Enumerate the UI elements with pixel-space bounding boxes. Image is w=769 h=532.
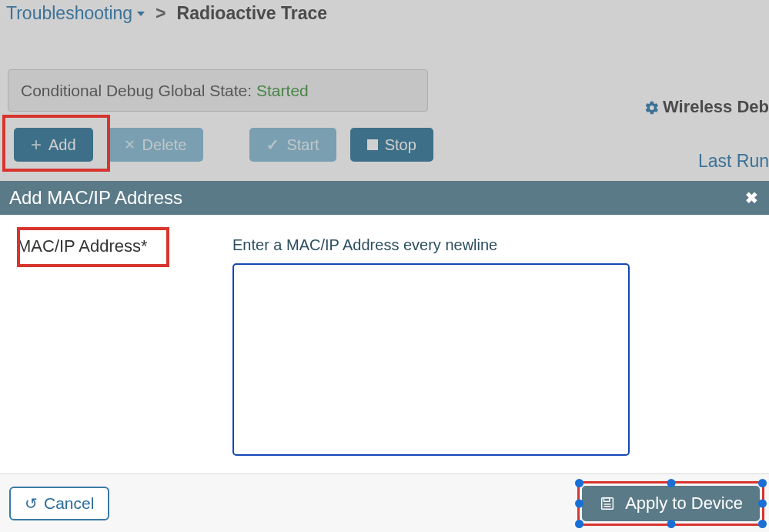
- start-button-label: Start: [286, 136, 319, 154]
- cancel-button-label: Cancel: [44, 494, 94, 513]
- apply-button-label: Apply to Device: [625, 494, 743, 514]
- mac-ip-textarea[interactable]: [232, 263, 630, 456]
- modal-body: MAC/IP Address* Enter a MAC/IP Address e…: [0, 215, 769, 473]
- check-icon: [266, 136, 279, 154]
- breadcrumb: Troubleshooting > Radioactive Trace: [0, 0, 769, 35]
- delete-button-label: Delete: [142, 136, 187, 154]
- action-button-row: Add Delete Start Stop: [14, 128, 433, 162]
- wireless-debug-label: Wireless Deb: [663, 97, 769, 117]
- stop-button-label: Stop: [385, 136, 416, 154]
- last-run-label: Last Run: [698, 151, 769, 171]
- mac-ip-field-hint: Enter a MAC/IP Address every newline: [232, 236, 760, 254]
- modal-footer: Cancel Apply to Device: [0, 473, 769, 532]
- add-mac-ip-modal: Add MAC/IP Address ✖ MAC/IP Address* Ent…: [0, 181, 769, 532]
- mac-ip-field-label: MAC/IP Address*: [17, 236, 148, 256]
- breadcrumb-separator: >: [155, 3, 166, 24]
- plus-icon: [31, 134, 42, 156]
- save-icon: [599, 495, 616, 512]
- wireless-debug-link[interactable]: Wireless Deb: [644, 97, 769, 117]
- stop-button[interactable]: Stop: [350, 128, 433, 162]
- svg-rect-1: [604, 497, 610, 501]
- gear-icon: [644, 100, 658, 114]
- close-icon[interactable]: ✖: [745, 189, 758, 207]
- chevron-down-icon: [137, 12, 145, 16]
- breadcrumb-parent-link[interactable]: Troubleshooting: [6, 3, 145, 24]
- breadcrumb-parent-label: Troubleshooting: [6, 3, 132, 24]
- breadcrumb-current: Radioactive Trace: [177, 3, 328, 24]
- add-button-label: Add: [48, 136, 76, 154]
- delete-button[interactable]: Delete: [107, 128, 204, 162]
- apply-to-device-button[interactable]: Apply to Device: [582, 486, 760, 521]
- last-run-link[interactable]: Last Run: [698, 151, 769, 172]
- start-button[interactable]: Start: [249, 128, 336, 162]
- modal-header: Add MAC/IP Address ✖: [0, 181, 769, 215]
- debug-status-label: Conditional Debug Global State:: [21, 82, 252, 100]
- modal-title: Add MAC/IP Address: [9, 187, 182, 209]
- debug-status-value: Started: [256, 82, 309, 100]
- stop-icon: [367, 139, 378, 150]
- add-button[interactable]: Add: [14, 128, 93, 162]
- x-icon: [124, 136, 135, 153]
- debug-status-box: Conditional Debug Global State: Started: [8, 69, 428, 112]
- cancel-button[interactable]: Cancel: [9, 487, 109, 520]
- undo-icon: [25, 494, 38, 513]
